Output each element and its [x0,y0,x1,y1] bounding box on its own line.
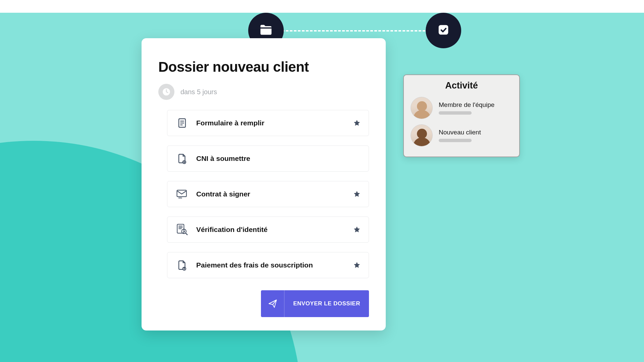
folder-icon [259,22,273,39]
step-circle-check [426,13,461,48]
mail-sign-icon [175,187,189,201]
activity-placeholder-bar [439,111,472,115]
file-arrow-up-icon [175,258,189,272]
activity-item-team[interactable]: Membre de l'équipe [411,94,513,122]
stage: Dossier nouveau client dans 5 jours Form… [0,0,644,362]
send-dossier-button[interactable]: ENVOYER LE DOSSIER [261,290,369,317]
activity-text: Membre de l'équipe [439,101,494,115]
due-row: dans 5 jours [158,84,369,100]
task-contrat[interactable]: Contrat à signer [167,181,369,207]
avatar [411,97,433,119]
file-upload-icon [175,152,189,165]
id-verify-icon [175,223,189,236]
avatar [411,124,433,146]
svg-rect-0 [439,25,448,35]
card-title: Dossier nouveau client [158,59,369,75]
task-paiement[interactable]: Paiement des frais de souscription [167,252,369,278]
task-label: Paiement des frais de souscription [196,261,346,269]
send-button-label: ENVOYER LE DOSSIER [284,300,369,307]
star-icon[interactable] [353,226,361,233]
task-label: Formulaire à remplir [196,119,346,127]
task-label: CNI à soumettre [196,155,361,163]
activity-title: Activité [411,80,513,91]
star-icon[interactable] [353,119,361,127]
send-row: ENVOYER LE DOSSIER [158,290,369,317]
task-verification[interactable]: Vérification d'identité [167,217,369,243]
check-square-icon [437,23,450,38]
activity-placeholder-bar [439,139,472,142]
svg-line-13 [186,233,187,235]
task-label: Contrat à signer [196,190,346,198]
activity-text: Nouveau client [439,129,481,142]
svg-rect-7 [177,190,186,196]
file-text-icon [175,116,189,130]
activity-label: Membre de l'équipe [439,101,494,109]
task-label: Vérification d'identité [196,226,346,234]
star-icon[interactable] [353,261,361,269]
activity-item-client[interactable]: Nouveau client [411,122,513,149]
step-connector [266,30,433,32]
task-list: Formulaire à remplir CNI à soumettre Con… [158,110,369,278]
clock-icon [158,84,174,100]
star-icon[interactable] [353,190,361,198]
task-cni[interactable]: CNI à soumettre [167,145,369,172]
task-formulaire[interactable]: Formulaire à remplir [167,110,369,136]
paper-plane-icon [261,290,284,317]
activity-panel: Activité Membre de l'équipe Nouveau clie… [403,74,520,157]
activity-label: Nouveau client [439,129,481,136]
top-strip [0,0,644,13]
due-label: dans 5 jours [180,88,217,96]
dossier-card: Dossier nouveau client dans 5 jours Form… [142,38,386,330]
